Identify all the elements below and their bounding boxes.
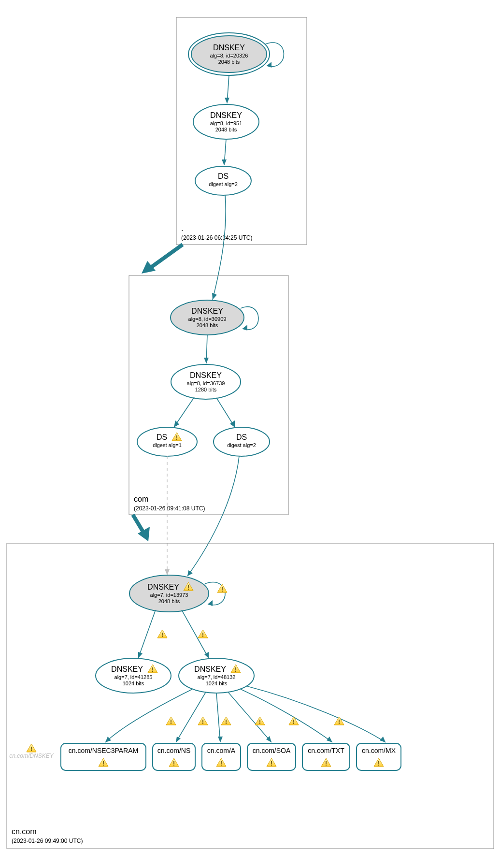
svg-text:DNSKEY: DNSKEY [147,583,179,591]
svg-marker-54 [105,737,111,742]
svg-text:alg=7, id=41285: alg=7, id=41285 [114,674,153,680]
svg-text:digest alg=1: digest alg=1 [153,442,182,448]
svg-text:cn.com/A: cn.com/A [207,747,236,754]
warning-icon [198,717,208,725]
node-cncom-zsk1: DNSKEY alg=7, id=41285 1024 bits [96,658,171,693]
warning-icon [157,630,167,638]
svg-text:1024 bits: 1024 bits [123,680,144,686]
edge-cncom-ksk-zsk1 [138,610,156,658]
svg-text:DS: DS [236,433,247,441]
edge-com-ds2-cncom-ksk [187,456,239,576]
svg-point-30 [137,427,197,456]
svg-text:1280 bits: 1280 bits [195,387,217,392]
zone-name-cncom: cn.com [12,827,37,836]
record-txt: cn.com/TXT [302,743,350,770]
svg-marker-29 [230,420,235,427]
zone-ts-cncom: (2023-01-26 09:49:00 UTC) [12,838,83,844]
node-cncom-ksk: DNSKEY alg=7, id=13973 2048 bits [129,575,209,612]
svg-text:DS: DS [218,172,229,180]
svg-marker-23 [204,358,209,363]
edge-zsk2-mx [247,686,386,742]
svg-text:alg=8, id=951: alg=8, id=951 [210,120,243,126]
svg-text:2048 bits: 2048 bits [218,59,240,65]
warning-icon [198,630,208,638]
svg-marker-7 [225,98,229,103]
node-com-ds2: DS digest alg=2 [214,427,270,456]
zone-name-com: com [134,495,148,503]
svg-text:DNSKEY: DNSKEY [111,665,143,673]
record-a: cn.com/A [202,743,241,770]
warning-icon [334,717,344,725]
node-com-ds1: DS digest alg=1 [137,427,197,456]
svg-text:2048 bits: 2048 bits [215,127,237,132]
svg-marker-59 [380,737,386,742]
svg-marker-38 [187,570,193,576]
svg-text:1024 bits: 1024 bits [206,680,228,686]
svg-point-13 [195,166,251,195]
svg-text:DNSKEY: DNSKEY [194,665,226,673]
svg-text:cn.com/MX: cn.com/MX [362,747,396,754]
svg-text:digest alg=2: digest alg=2 [227,442,256,448]
edge-zsk2-a [216,693,220,742]
warning-icon [166,717,176,725]
record-soa: cn.com/SOA [247,743,296,770]
edge-zsk2-txt [241,689,332,742]
svg-text:alg=7, id=48132: alg=7, id=48132 [198,674,236,680]
zone-ts-root: (2023-01-26 06:34:25 UTC) [181,234,252,241]
zone-ts-com: (2023-01-26 09:41:08 UTC) [134,505,205,512]
svg-marker-45 [204,652,209,658]
edge-zsk2-soa [228,692,271,742]
svg-text:DNSKEY: DNSKEY [210,111,242,119]
svg-marker-22 [243,325,247,331]
svg-marker-58 [327,737,332,742]
edge-root-ds-com-ksk [213,195,226,300]
warning-icon [217,584,227,593]
svg-text:alg=8, id=36739: alg=8, id=36739 [187,380,225,386]
svg-marker-17 [212,293,217,300]
warning-icon [255,717,265,725]
svg-text:cn.com/DNSKEY: cn.com/DNSKEY [9,752,54,759]
svg-point-33 [214,427,270,456]
svg-text:DS: DS [157,433,167,441]
svg-text:alg=7, id=13973: alg=7, id=13973 [150,592,188,598]
dnssec-graph: ! . (2023-01-26 06:34:25 UTC) DNSKEY alg… [0,0,500,868]
svg-marker-6 [267,62,271,68]
warning-icon [221,717,231,725]
node-root-zsk: DNSKEY alg=8, id=951 2048 bits [193,104,259,139]
record-nsec3param: cn.com/NSEC3PARAM [61,743,146,770]
svg-text:DNSKEY: DNSKEY [213,43,245,52]
svg-text:cn.com/SOA: cn.com/SOA [253,747,291,754]
node-com-ksk: DNSKEY alg=8, id=30909 2048 bits [171,300,244,335]
svg-marker-12 [222,159,227,165]
node-root-ksk: DNSKEY alg=8, id=20326 2048 bits [188,33,270,75]
zone-name-root: . [181,224,183,232]
edge-root-ksk-selfloop [265,43,284,67]
record-dnskey-greyed: cn.com/DNSKEY [9,744,54,759]
zone-box-cncom [7,543,494,849]
svg-text:alg=8, id=20326: alg=8, id=20326 [210,53,248,58]
svg-text:cn.com/NSEC3PARAM: cn.com/NSEC3PARAM [69,747,138,754]
svg-marker-43 [208,600,213,606]
record-mx: cn.com/MX [357,743,401,770]
svg-text:2048 bits: 2048 bits [197,322,218,328]
svg-text:cn.com/NS: cn.com/NS [157,747,190,754]
node-root-ds: DS digest alg=2 [195,166,251,195]
node-cncom-zsk2: DNSKEY alg=7, id=48132 1024 bits [179,658,254,693]
node-com-zsk: DNSKEY alg=8, id=36739 1280 bits [171,364,241,399]
svg-marker-55 [176,737,181,742]
edge-zsk2-ns [176,692,206,742]
svg-text:DNSKEY: DNSKEY [191,307,223,315]
svg-text:digest alg=2: digest alg=2 [209,181,238,187]
svg-text:2048 bits: 2048 bits [158,598,180,604]
svg-marker-56 [218,737,223,742]
svg-marker-28 [174,420,179,427]
svg-text:cn.com/TXT: cn.com/TXT [308,747,344,754]
warning-icon [27,744,36,752]
svg-marker-44 [138,652,143,658]
record-ns: cn.com/NS [153,743,195,770]
svg-text:alg=8, id=30909: alg=8, id=30909 [188,316,227,322]
warning-icon [289,717,299,725]
svg-text:DNSKEY: DNSKEY [190,371,222,379]
svg-marker-37 [165,569,170,575]
edge-zsk2-nsec3param [105,689,192,742]
